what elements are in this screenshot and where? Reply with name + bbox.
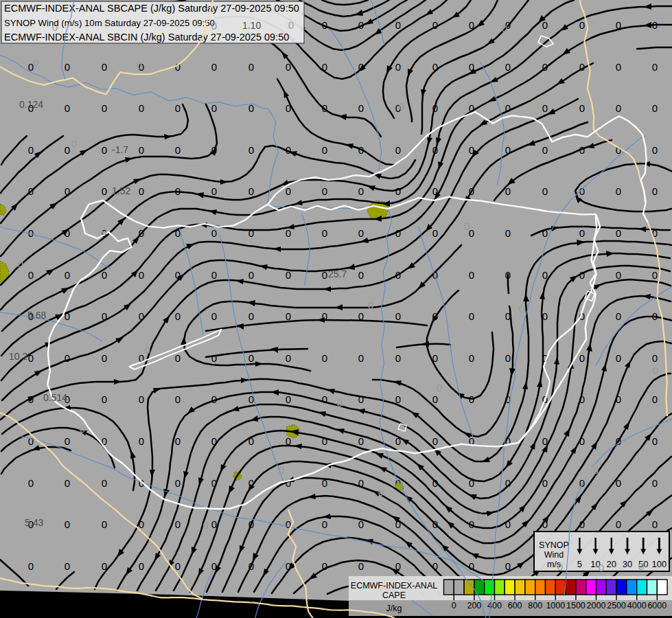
svg-text:0: 0 <box>102 102 107 114</box>
svg-text:0: 0 <box>505 352 511 364</box>
svg-text:800: 800 <box>528 601 542 610</box>
svg-text:0: 0 <box>579 227 585 239</box>
svg-text:0: 0 <box>395 352 401 364</box>
svg-text:0: 0 <box>102 393 107 405</box>
svg-text:0: 0 <box>139 269 144 281</box>
svg-text:0: 0 <box>28 560 34 572</box>
svg-text:25.7: 25.7 <box>328 268 347 279</box>
svg-text:0: 0 <box>102 144 107 156</box>
svg-text:0: 0 <box>139 560 144 572</box>
svg-text:0: 0 <box>102 61 107 73</box>
svg-text:0: 0 <box>337 397 343 409</box>
svg-text:1.52: 1.52 <box>112 185 130 196</box>
svg-text:0: 0 <box>579 352 585 364</box>
svg-text:0: 0 <box>579 19 585 31</box>
svg-text:0: 0 <box>71 138 77 150</box>
svg-text:0: 0 <box>616 269 621 281</box>
svg-text:0.124: 0.124 <box>19 99 43 110</box>
svg-text:4000: 4000 <box>627 601 647 610</box>
svg-text:0: 0 <box>286 310 291 322</box>
svg-text:0: 0 <box>145 344 150 356</box>
svg-text:0: 0 <box>502 23 507 34</box>
svg-text:0: 0 <box>137 59 142 71</box>
svg-text:1.10: 1.10 <box>242 20 261 31</box>
svg-text:0: 0 <box>286 185 291 197</box>
svg-text:0: 0 <box>469 269 474 281</box>
svg-text:0: 0 <box>175 102 181 114</box>
svg-text:0: 0 <box>437 382 442 393</box>
svg-text:0: 0 <box>286 393 291 405</box>
svg-text:0: 0 <box>593 464 599 476</box>
svg-text:0: 0 <box>652 185 658 197</box>
svg-text:CAPE: CAPE <box>382 591 406 600</box>
svg-text:0: 0 <box>505 227 511 239</box>
svg-text:0: 0 <box>652 61 658 73</box>
svg-text:0: 0 <box>175 310 181 322</box>
svg-text:0: 0 <box>652 477 658 489</box>
svg-text:0: 0 <box>395 185 401 197</box>
svg-text:0: 0 <box>65 560 70 572</box>
svg-text:0: 0 <box>139 435 144 447</box>
svg-text:10.2: 10.2 <box>9 351 27 362</box>
svg-text:0: 0 <box>395 19 401 31</box>
svg-text:0: 0 <box>322 518 327 530</box>
svg-text:0: 0 <box>395 310 401 322</box>
svg-text:0: 0 <box>432 393 438 405</box>
svg-text:0: 0 <box>65 102 70 114</box>
svg-text:0.514: 0.514 <box>43 392 67 403</box>
svg-text:0: 0 <box>358 185 364 197</box>
svg-text:0: 0 <box>469 352 474 364</box>
svg-text:0: 0 <box>80 423 85 435</box>
svg-text:0: 0 <box>175 477 181 489</box>
svg-text:0: 0 <box>395 144 401 156</box>
svg-text:0: 0 <box>248 144 254 156</box>
svg-text:0: 0 <box>652 144 658 156</box>
svg-text:0: 0 <box>378 486 384 498</box>
svg-text:0: 0 <box>322 352 327 364</box>
svg-text:SYNOP: SYNOP <box>539 540 569 550</box>
svg-text:0: 0 <box>653 365 658 376</box>
svg-text:0: 0 <box>616 102 621 114</box>
svg-text:0: 0 <box>211 227 217 239</box>
svg-text:0: 0 <box>248 352 254 364</box>
svg-text:ECMWF-INDEX-ANAL SBCAPE (J/kg): ECMWF-INDEX-ANAL SBCAPE (J/kg) Saturday … <box>4 3 299 14</box>
svg-text:0: 0 <box>616 352 621 364</box>
svg-text:0: 0 <box>358 227 364 239</box>
svg-text:0: 0 <box>175 518 181 530</box>
svg-text:0: 0 <box>203 519 209 531</box>
svg-text:0: 0 <box>286 227 291 239</box>
svg-text:0: 0 <box>65 477 70 489</box>
svg-text:0: 0 <box>286 352 291 364</box>
svg-text:0: 0 <box>65 352 70 364</box>
svg-text:0: 0 <box>139 185 144 197</box>
svg-text:0: 0 <box>322 227 327 239</box>
svg-text:0: 0 <box>175 352 181 364</box>
svg-text:0: 0 <box>139 393 144 405</box>
svg-text:0: 0 <box>248 61 254 73</box>
svg-text:Wind: Wind <box>544 550 564 560</box>
svg-text:0: 0 <box>175 393 181 405</box>
svg-text:0: 0 <box>248 269 254 281</box>
svg-text:0: 0 <box>65 269 70 281</box>
svg-text:0: 0 <box>652 435 658 447</box>
svg-text:0: 0 <box>28 227 34 239</box>
svg-text:0: 0 <box>211 310 217 322</box>
svg-text:0: 0 <box>395 61 401 73</box>
svg-text:0: 0 <box>211 102 217 114</box>
svg-text:0: 0 <box>320 179 325 191</box>
svg-text:0: 0 <box>175 144 181 156</box>
svg-text:0: 0 <box>599 562 604 573</box>
svg-text:6000: 6000 <box>647 601 667 610</box>
svg-text:0: 0 <box>579 102 585 114</box>
svg-text:5.68: 5.68 <box>27 310 46 321</box>
svg-text:0: 0 <box>464 220 470 232</box>
svg-text:0: 0 <box>616 227 621 239</box>
svg-text:0: 0 <box>432 435 438 447</box>
svg-text:2500: 2500 <box>607 601 626 610</box>
svg-text:0: 0 <box>65 518 70 530</box>
svg-text:0: 0 <box>358 102 364 114</box>
svg-text:0: 0 <box>579 477 585 489</box>
svg-text:0: 0 <box>102 352 107 364</box>
svg-text:0: 0 <box>211 352 217 364</box>
svg-text:0: 0 <box>452 601 456 610</box>
